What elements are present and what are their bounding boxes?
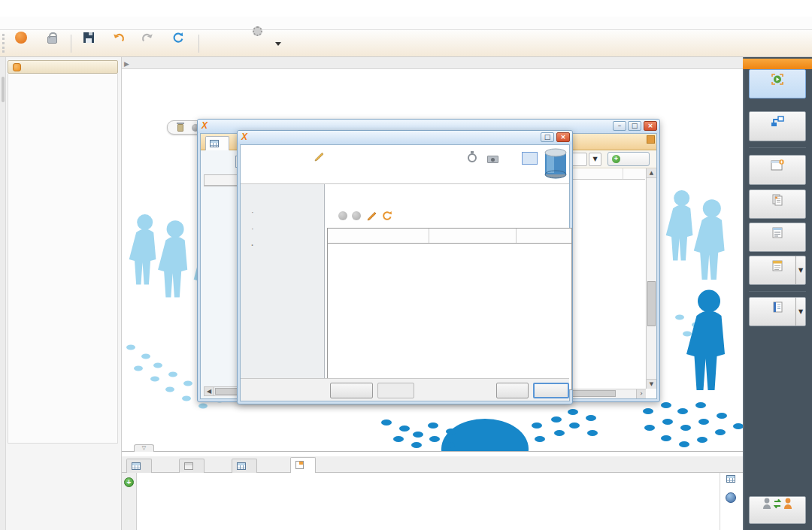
wizard-header xyxy=(241,145,569,184)
add-field-button[interactable] xyxy=(338,211,347,220)
tabstrip-corner-button[interactable] xyxy=(647,135,655,144)
window-minimize-button[interactable]: – xyxy=(613,121,626,131)
reports-icon xyxy=(770,199,785,207)
documents-button[interactable]: ▼ xyxy=(749,297,806,326)
datasource-body: · · · xyxy=(240,144,570,401)
delete-icon[interactable] xyxy=(177,124,183,132)
image-icon[interactable] xyxy=(487,156,498,163)
settings-dropdown-arrow[interactable]: ▼ xyxy=(795,256,805,284)
scroll-down-arrow[interactable]: ▼ xyxy=(647,379,656,389)
orders-vscrollbar[interactable]: ▲ ▼ xyxy=(646,168,656,389)
wizard-button-bar xyxy=(241,378,569,401)
breadcrumb: ▶ xyxy=(122,57,743,69)
edit-pencil-icon xyxy=(314,152,325,163)
sidebar-collapse-handle[interactable] xyxy=(2,77,5,102)
editor-left-strip: + xyxy=(122,473,137,530)
edit-field-button[interactable] xyxy=(367,210,377,223)
redo-button[interactable] xyxy=(134,32,161,56)
workflow-button[interactable] xyxy=(749,111,806,141)
finish-button[interactable] xyxy=(496,383,529,398)
wizard-content xyxy=(325,184,569,378)
reports-button[interactable] xyxy=(749,189,806,219)
minimize-button[interactable] xyxy=(722,0,752,17)
scroll-left-arrow[interactable]: ◀ xyxy=(205,387,214,395)
tab-overview[interactable] xyxy=(205,136,229,150)
tab-new-table[interactable] xyxy=(290,457,316,474)
elements-panel-header[interactable] xyxy=(8,60,118,74)
scroll-up-arrow[interactable]: ▲ xyxy=(647,168,656,178)
previous-button[interactable] xyxy=(330,383,373,398)
close-button[interactable] xyxy=(782,0,812,17)
settings-icon xyxy=(770,265,785,274)
nav-step-select-data-source[interactable]: · xyxy=(251,207,257,217)
toolbar-dropdown-button[interactable]: ▼ xyxy=(589,153,601,166)
preview-button[interactable] xyxy=(205,32,239,56)
tables-bottom-panel: ▽ + xyxy=(122,451,743,530)
history-icon[interactable] xyxy=(468,153,477,162)
new-record-button[interactable]: + xyxy=(607,152,650,166)
tab-s-image[interactable] xyxy=(232,459,257,473)
fields-header-row[interactable] xyxy=(328,229,571,244)
design-canvas[interactable]: X – □ × xyxy=(122,69,743,451)
menu-button[interactable] xyxy=(749,223,806,252)
scroll-right-arrow[interactable]: › xyxy=(636,389,646,398)
table-icon xyxy=(210,140,219,147)
language-en-button[interactable] xyxy=(522,152,538,165)
window-close-button[interactable]: × xyxy=(644,121,657,131)
tab-s-ord[interactable] xyxy=(126,459,152,473)
workflow-icon xyxy=(770,121,785,129)
table-icon xyxy=(132,462,141,470)
logout-button[interactable] xyxy=(36,32,68,56)
refresh-fields-button[interactable] xyxy=(382,210,392,223)
settings-button[interactable]: ▼ xyxy=(749,256,806,285)
new-screen-button[interactable] xyxy=(749,155,806,185)
nav-step-data-informations[interactable]: · xyxy=(251,241,257,250)
toolbar-separator xyxy=(71,35,71,53)
dialog-restore-button[interactable]: □ xyxy=(541,132,554,142)
wizard-nav: · · · xyxy=(241,184,325,378)
undo-button[interactable] xyxy=(105,32,132,56)
menu-bar xyxy=(0,17,812,30)
tables-tabbar xyxy=(122,456,743,473)
documents-dropdown-arrow[interactable]: ▼ xyxy=(795,298,805,326)
back-icon xyxy=(15,32,27,44)
save-button[interactable] xyxy=(75,32,102,56)
remove-field-button[interactable] xyxy=(352,211,361,220)
reload-button[interactable] xyxy=(162,32,194,56)
sidebar-collapse-strip[interactable] xyxy=(0,57,6,530)
cancel-button[interactable] xyxy=(533,383,569,398)
main-toolbar xyxy=(0,30,812,57)
window-maximize-button[interactable]: □ xyxy=(628,121,641,131)
next-button[interactable] xyxy=(377,383,414,398)
window-x-icon: X xyxy=(201,120,208,132)
sidebar-separator xyxy=(749,291,806,292)
scrollbar-thumb[interactable] xyxy=(647,281,656,326)
table-editor-area[interactable]: + xyxy=(122,473,743,530)
dialog-close-button[interactable]: × xyxy=(556,132,570,142)
database-icon xyxy=(543,147,568,180)
redo-icon xyxy=(134,32,161,44)
switch-user-icon xyxy=(762,504,793,513)
toolbar-separator xyxy=(198,35,199,53)
visionx-logo-button[interactable] xyxy=(247,32,269,56)
toolbar-grip[interactable] xyxy=(2,34,5,53)
table-view-icon[interactable] xyxy=(726,475,735,483)
undo-icon xyxy=(105,32,132,44)
back-button[interactable] xyxy=(8,32,35,56)
window-x-icon: X xyxy=(241,131,247,144)
editor-right-divider xyxy=(720,473,720,530)
datasource-titlebar[interactable]: X □ × xyxy=(238,131,572,144)
switch-user-button[interactable] xyxy=(749,496,806,524)
toolbar-dropdown-caret[interactable] xyxy=(275,42,281,46)
table-icon xyxy=(237,462,246,470)
add-column-button[interactable]: + xyxy=(124,477,134,487)
nav-step-choose-database[interactable]: · xyxy=(251,224,257,233)
breadcrumb-grip-icon: ▶ xyxy=(124,59,129,70)
panel-collapse-button[interactable]: ▽ xyxy=(134,444,154,452)
finish-button[interactable] xyxy=(749,69,806,98)
tab-s-item[interactable] xyxy=(179,459,205,473)
maximize-button[interactable] xyxy=(752,0,782,17)
elements-sidebar xyxy=(0,57,122,530)
globe-icon[interactable] xyxy=(726,492,736,503)
visionx-sidebar: ▼ ▼ xyxy=(743,57,812,530)
